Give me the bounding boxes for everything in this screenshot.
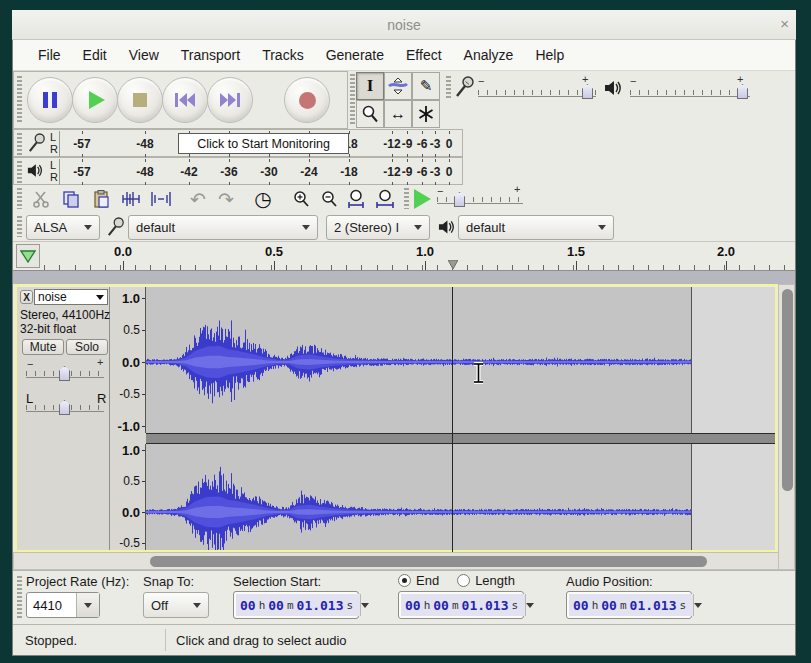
transport-toolbar-grip[interactable] bbox=[17, 76, 22, 124]
cut-button[interactable] bbox=[28, 187, 54, 211]
channel1-area[interactable] bbox=[146, 287, 775, 433]
recording-meter-grip[interactable] bbox=[17, 133, 22, 155]
paste-button[interactable] bbox=[88, 187, 114, 211]
ruler-label: -0.5 bbox=[119, 387, 140, 401]
project-rate-select[interactable]: 4410 bbox=[26, 592, 100, 618]
menu-generate[interactable]: Generate bbox=[315, 40, 395, 70]
chevron-down-icon bbox=[526, 603, 534, 612]
time-format-dropdown[interactable] bbox=[360, 594, 369, 616]
title-bar[interactable]: noise bbox=[12, 10, 796, 40]
record-meter-R: R bbox=[50, 144, 58, 155]
fit-project-button[interactable] bbox=[372, 187, 398, 211]
playback-speed-slider[interactable] bbox=[437, 203, 523, 208]
menu-transport[interactable]: Transport bbox=[170, 40, 251, 70]
channel-separator[interactable] bbox=[146, 433, 775, 444]
horizontal-scrollbar-thumb[interactable] bbox=[150, 556, 707, 567]
meter-tick-label: -18 bbox=[340, 165, 357, 179]
audio-position-field[interactable]: 00h00m01.013s bbox=[566, 591, 692, 619]
meter-tick-label: -3 bbox=[430, 165, 441, 179]
meter-tick-label: -57 bbox=[73, 165, 90, 179]
menu-help[interactable]: Help bbox=[524, 40, 575, 70]
redo-button[interactable]: ↷ bbox=[213, 187, 239, 211]
channel2-area[interactable] bbox=[146, 444, 775, 552]
timeline-pin-button[interactable] bbox=[16, 244, 40, 268]
copy-button[interactable] bbox=[58, 187, 84, 211]
draw-tool-button[interactable]: ✎ bbox=[412, 72, 440, 100]
recording-device-select[interactable]: default bbox=[128, 215, 318, 240]
pause-button[interactable] bbox=[27, 77, 73, 123]
microphone-icon bbox=[455, 76, 475, 98]
envelope-tool-button[interactable] bbox=[384, 72, 412, 100]
timeline-tick-label: 1.0 bbox=[416, 244, 434, 259]
skip-to-end-button[interactable] bbox=[207, 77, 253, 123]
playback-device-select[interactable]: default bbox=[458, 215, 614, 240]
menu-edit[interactable]: Edit bbox=[72, 40, 118, 70]
copy-icon bbox=[62, 190, 80, 208]
zoom-toggle-button[interactable]: ◷ bbox=[250, 187, 276, 211]
play-meter-R: R bbox=[50, 172, 58, 183]
track-close-button[interactable]: X bbox=[20, 290, 33, 304]
multi-tool-button[interactable] bbox=[412, 100, 440, 128]
play-button[interactable] bbox=[72, 77, 118, 123]
horizontal-scrollbar[interactable] bbox=[13, 552, 779, 570]
solo-button[interactable]: Solo bbox=[66, 339, 108, 355]
vertical-scrollbar[interactable] bbox=[778, 284, 795, 570]
fit-selection-button[interactable] bbox=[344, 187, 370, 211]
play-at-speed-button[interactable] bbox=[414, 189, 431, 209]
mixer-toolbar-grip[interactable] bbox=[446, 76, 451, 98]
playback-meter-grip[interactable] bbox=[17, 161, 22, 183]
undo-button[interactable]: ↶ bbox=[185, 187, 211, 211]
selection-start-field[interactable]: 00h00m01.013s bbox=[233, 591, 359, 619]
ruler-separator-gap bbox=[110, 433, 146, 444]
playspeed-ticks bbox=[437, 197, 523, 202]
playback-meter-toolbar[interactable]: L R -57-48-42-36-30-24-18-12-9-6-30 bbox=[13, 157, 463, 185]
gain-minus: − bbox=[27, 359, 33, 369]
vertical-ruler-ch2[interactable]: 1.00.50.0-0.5 bbox=[110, 444, 146, 552]
mute-button[interactable]: Mute bbox=[22, 339, 64, 355]
audio-host-select[interactable]: ALSA bbox=[26, 215, 100, 240]
playback-volume-slider[interactable] bbox=[630, 96, 750, 101]
menu-analyze[interactable]: Analyze bbox=[453, 40, 525, 70]
track-name-menu[interactable]: noise bbox=[34, 289, 108, 305]
time-format-dropdown[interactable] bbox=[693, 594, 702, 616]
edit-toolbar-grip[interactable] bbox=[17, 188, 22, 209]
end-radio[interactable] bbox=[398, 574, 411, 587]
device-toolbar-grip[interactable] bbox=[17, 216, 22, 237]
selection-toolbar-grip[interactable] bbox=[17, 576, 22, 618]
recording-volume-slider[interactable] bbox=[478, 96, 596, 101]
zoom-tool-button[interactable] bbox=[356, 100, 384, 128]
speaker-icon bbox=[604, 80, 622, 96]
vertical-scrollbar-thumb[interactable] bbox=[782, 289, 793, 491]
record-button[interactable] bbox=[284, 77, 330, 123]
zoom-out-button[interactable] bbox=[316, 187, 342, 211]
stop-button[interactable] bbox=[117, 77, 163, 123]
menu-tracks[interactable]: Tracks bbox=[251, 40, 314, 70]
ruler-label: 0.5 bbox=[123, 323, 140, 337]
tools-toolbar-grip[interactable] bbox=[350, 74, 355, 126]
recording-channels-select[interactable]: 2 (Stereo) I bbox=[326, 215, 430, 240]
rate-dropdown-button[interactable] bbox=[76, 593, 99, 617]
skip-to-start-button[interactable] bbox=[162, 77, 208, 123]
timeshift-icon: ↔ bbox=[390, 105, 406, 123]
menu-effect[interactable]: Effect bbox=[395, 40, 453, 70]
fit-selection-icon bbox=[347, 189, 367, 209]
time-format-dropdown[interactable] bbox=[525, 594, 534, 616]
chevron-down-icon bbox=[361, 603, 369, 612]
length-radio[interactable] bbox=[457, 574, 470, 587]
timeline-ruler[interactable]: 0.00.51.01.52.0 bbox=[40, 242, 795, 270]
trim-audio-button[interactable] bbox=[118, 187, 144, 211]
monitoring-tooltip[interactable]: Click to Start Monitoring bbox=[178, 133, 349, 154]
menu-view[interactable]: View bbox=[118, 40, 170, 70]
timeshift-tool-button[interactable]: ↔ bbox=[384, 100, 412, 128]
vertical-ruler-ch1[interactable]: 1.00.50.0-0.5-1.0 bbox=[110, 287, 146, 433]
pan-left-label: L bbox=[26, 391, 33, 406]
zoom-in-button[interactable] bbox=[288, 187, 314, 211]
menu-file[interactable]: File bbox=[27, 40, 72, 70]
selection-tool-button[interactable]: I bbox=[356, 72, 384, 100]
selection-end-field[interactable]: 00h00m01.013s bbox=[398, 591, 524, 619]
silence-audio-button[interactable] bbox=[148, 187, 174, 211]
close-window-button[interactable]: × bbox=[780, 16, 789, 32]
window-title: noise bbox=[12, 10, 796, 40]
snap-to-select[interactable]: Off bbox=[143, 592, 209, 618]
playspeed-toolbar-grip[interactable] bbox=[404, 188, 409, 209]
